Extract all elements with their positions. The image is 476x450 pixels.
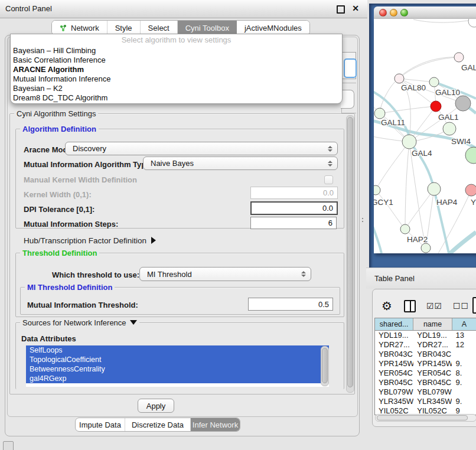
attribute-item[interactable]: BetweennessCentrality: [26, 364, 329, 374]
table-row[interactable]: YDR27...YDR27...12: [375, 340, 476, 350]
node-gal1[interactable]: [431, 101, 441, 112]
table-cell: YER054C: [413, 369, 452, 378]
node-bottom[interactable]: [421, 243, 431, 253]
settings-scrollbar[interactable]: [346, 115, 354, 393]
network-edge[interactable]: [399, 57, 459, 79]
table-cell: YBR045C: [375, 378, 413, 387]
network-edge[interactable]: [376, 142, 409, 190]
algorithm-option[interactable]: Mutual Information Inference: [11, 74, 342, 84]
network-edge[interactable]: [405, 142, 409, 229]
table-cell: YDR27...: [375, 340, 413, 350]
close-icon[interactable]: ✕: [352, 4, 359, 13]
data-attributes-list[interactable]: SelfLoopsTopologicalCoefficientBetweenne…: [26, 345, 329, 387]
tab-network[interactable]: Network: [52, 21, 107, 35]
algorithm-definition-title: Algorithm Definition: [20, 125, 99, 133]
bottom-tab-infer-network[interactable]: Infer Network: [191, 418, 240, 431]
node-gcy1[interactable]: [374, 185, 380, 195]
table-cell: YER054C: [375, 369, 413, 378]
attributes-scrollbar[interactable]: [321, 346, 329, 386]
node-label: GCY1: [374, 198, 393, 207]
attribute-item[interactable]: SelfLoops: [26, 345, 329, 355]
table-cell: YBR043C: [375, 350, 413, 359]
collapsed-panel-icon[interactable]: [3, 441, 14, 450]
bottom-tab-impute-data[interactable]: Impute Data: [76, 418, 125, 431]
node-hap4[interactable]: [428, 182, 441, 195]
network-edge[interactable]: [450, 232, 476, 253]
split-pane-divider[interactable]: [362, 218, 366, 222]
column-visibility-icon[interactable]: [404, 300, 416, 312]
aracne-mode-combo[interactable]: Discovery: [65, 142, 338, 155]
node-gal-top[interactable]: [454, 53, 464, 62]
table-row[interactable]: YBR043CYBR043C: [375, 350, 476, 359]
hub-section-toggle[interactable]: Hub/Transcription Factor Definition: [24, 236, 156, 245]
network-edge[interactable]: [405, 189, 434, 229]
sources-title[interactable]: Sources for Network Inference: [20, 318, 139, 327]
inference-combo-arrow-button[interactable]: [344, 58, 357, 78]
network-edge[interactable]: [380, 106, 436, 113]
network-edge[interactable]: [413, 19, 471, 22]
deselect-all-icon[interactable]: ☐☐: [453, 301, 469, 311]
close-traffic-light-icon[interactable]: [379, 9, 387, 17]
which-threshold-combo[interactable]: MI Threshold: [139, 267, 311, 281]
node-hap2[interactable]: [400, 224, 410, 234]
table-cell: 8.: [452, 369, 476, 378]
collapse-down-icon: [130, 320, 137, 325]
mi-steps-label: Mutual Information Steps:: [24, 220, 118, 229]
mi-type-combo[interactable]: Naive Bayes: [143, 156, 338, 170]
node-salmon[interactable]: [465, 184, 476, 196]
column-header[interactable]: A: [452, 318, 476, 330]
algorithm-option[interactable]: Bayesian – Hill Climbing: [11, 46, 342, 56]
node-table: shared...nameAYDL19...YDL19...13YDR27...…: [374, 318, 476, 415]
algorithm-option[interactable]: Bayesian – K2: [11, 84, 342, 93]
mi-threshold-field[interactable]: 0.5: [248, 298, 333, 311]
dpi-tolerance-field[interactable]: 0.0: [250, 201, 338, 215]
attribute-item[interactable]: gal4RGexp: [26, 374, 329, 383]
table-row[interactable]: YPR145WYPR145W9.: [375, 359, 476, 369]
algorithm-option[interactable]: ARACNE Algorithm: [11, 65, 342, 74]
export-table-icon[interactable]: [472, 297, 476, 314]
table-row[interactable]: YER054CYER054C8.: [375, 369, 476, 378]
table-cell: 13: [452, 331, 476, 340]
mi-steps-field[interactable]: 6: [250, 217, 337, 229]
node-big-green[interactable]: [465, 147, 476, 164]
network-window-titlebar[interactable]: [374, 6, 476, 19]
node-gray[interactable]: [455, 96, 471, 111]
table-row[interactable]: YBL079WYBL079W: [375, 387, 476, 397]
node-swi4[interactable]: [443, 122, 456, 135]
table-row[interactable]: YLR345WYLR345W9.: [375, 397, 476, 406]
tab-style[interactable]: Style: [107, 21, 141, 35]
tab-jactivemnodules[interactable]: jActiveMNodules: [237, 21, 309, 35]
node-gal10[interactable]: [429, 77, 439, 87]
settings-gear-icon[interactable]: ⚙: [382, 300, 392, 312]
table-cell: YBR045C: [413, 378, 452, 387]
algorithm-option[interactable]: Basic Correlation Inference: [11, 56, 342, 65]
kernel-width-field[interactable]: 0.0: [250, 187, 338, 199]
table-row[interactable]: YDL19...YDL19...13: [375, 331, 476, 340]
select-all-icon[interactable]: ☑☑: [426, 301, 442, 311]
threshold-definition-title: Threshold Definition: [20, 249, 99, 257]
tab-select[interactable]: Select: [141, 21, 178, 35]
table-row[interactable]: YBR045CYBR045C9.: [375, 378, 476, 387]
attribute-item[interactable]: TopologicalCoefficient: [26, 355, 329, 364]
network-edge[interactable]: [399, 79, 434, 82]
algorithm-option[interactable]: Dream8 DC_TDC Algorithm: [11, 93, 342, 103]
float-window-icon[interactable]: [337, 5, 345, 14]
network-edge[interactable]: [374, 217, 382, 253]
column-header[interactable]: shared...: [375, 318, 413, 330]
apply-button[interactable]: Apply: [138, 399, 174, 413]
table-cell: YPR145W: [413, 359, 452, 369]
node-gal80[interactable]: [395, 74, 404, 83]
node-gal4[interactable]: [402, 135, 416, 149]
node-corner-arc[interactable]: [468, 19, 476, 27]
node-gal11[interactable]: [374, 108, 385, 119]
network-edge[interactable]: [376, 190, 405, 229]
manual-kernel-checkbox[interactable]: [324, 175, 333, 184]
network-edge[interactable]: [409, 142, 426, 248]
network-canvas[interactable]: GALGAL80GAL10GAL1SWI4GAL11GAL4GCY1HAP4YH…: [374, 19, 476, 253]
minimize-traffic-light-icon[interactable]: [390, 9, 397, 17]
column-header[interactable]: name: [413, 318, 452, 330]
table-horizontal-scrollbar[interactable]: [375, 414, 476, 422]
bottom-tab-discretize-data[interactable]: Discretize Data: [125, 418, 191, 431]
zoom-traffic-light-icon[interactable]: [400, 9, 408, 17]
tab-cyni-toolbox[interactable]: Cyni Toolbox: [178, 21, 237, 35]
